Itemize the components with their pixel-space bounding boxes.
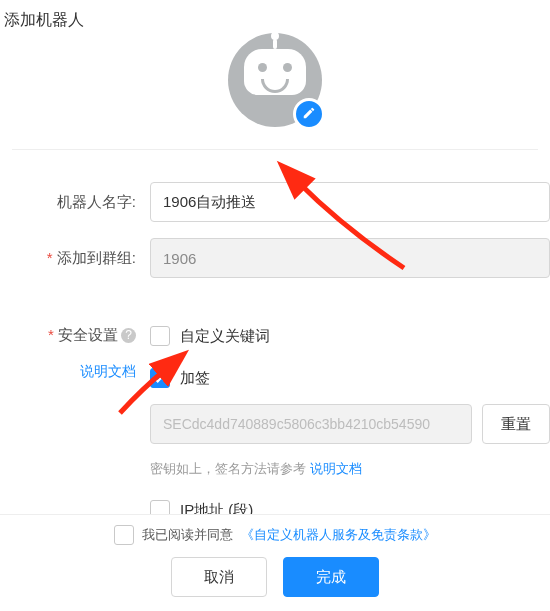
edit-avatar-button[interactable]: [293, 98, 325, 130]
agree-checkbox[interactable]: [114, 525, 134, 545]
reset-secret-button[interactable]: 重置: [482, 404, 550, 444]
keyword-option[interactable]: 自定义关键词: [150, 326, 550, 346]
pencil-icon: [302, 106, 316, 123]
keyword-checkbox[interactable]: [150, 326, 170, 346]
group-label: 添加到群组:: [0, 249, 150, 268]
robot-avatar: [228, 33, 322, 127]
agree-text: 我已阅读并同意: [142, 526, 233, 544]
sign-option[interactable]: 加签: [150, 368, 550, 388]
security-doc-link[interactable]: 说明文档: [0, 363, 136, 381]
ok-button[interactable]: 完成: [283, 557, 379, 597]
robot-name-input[interactable]: [150, 182, 550, 222]
help-icon[interactable]: ?: [121, 328, 136, 343]
keyword-label: 自定义关键词: [180, 327, 270, 346]
security-title: 安全设置: [48, 326, 118, 343]
group-input: [150, 238, 550, 278]
cancel-button[interactable]: 取消: [171, 557, 267, 597]
sign-doc-link[interactable]: 说明文档: [310, 461, 362, 476]
secret-input[interactable]: [150, 404, 472, 444]
sign-label: 加签: [180, 369, 210, 388]
avatar-section: [0, 41, 550, 149]
sign-checkbox[interactable]: [150, 368, 170, 388]
dialog-footer: 我已阅读并同意《自定义机器人服务及免责条款》 取消 完成: [0, 514, 550, 611]
name-label: 机器人名字:: [0, 193, 150, 212]
agree-link[interactable]: 《自定义机器人服务及免责条款》: [241, 526, 436, 544]
secret-hint: 密钥如上，签名方法请参考 说明文档: [150, 460, 550, 478]
